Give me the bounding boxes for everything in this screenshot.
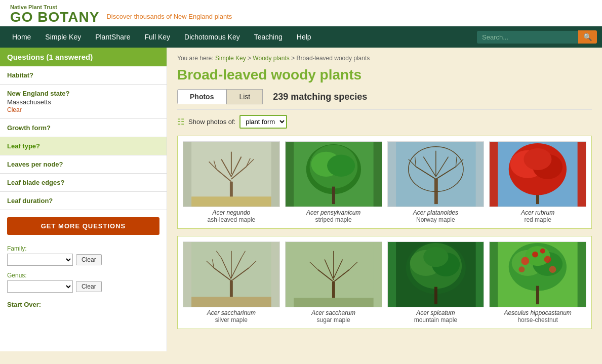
question-habitat[interactable]: Habitat? xyxy=(7,71,33,79)
sci-name-acer-saccharum: Acer saccharum xyxy=(285,309,382,316)
breadcrumb-current: Broad-leaved woody plants xyxy=(297,55,370,62)
plant-card-acer-negundo[interactable]: Acer negundo ash-leaved maple xyxy=(183,141,280,223)
family-label: Family: xyxy=(7,245,159,252)
family-select[interactable] xyxy=(7,254,73,266)
page-title: Broad-leaved woody plants xyxy=(177,67,592,83)
grid-icon: ☷ xyxy=(177,117,184,127)
question-growth-form[interactable]: Growth form? xyxy=(7,124,51,132)
tab-list[interactable]: List xyxy=(226,89,263,104)
divider xyxy=(177,109,592,110)
common-name-acer-pensylvanicum: striped maple xyxy=(285,216,382,223)
question-leaf-blade-edges[interactable]: Leaf blade edges? xyxy=(7,179,64,186)
breadcrumb-sep1: > xyxy=(248,55,253,62)
sci-name-acer-rubrum: Acer rubrum xyxy=(489,209,586,216)
sidebar-section-leaves-per-node: Leaves per node? xyxy=(0,155,167,174)
nav-home[interactable]: Home xyxy=(5,26,38,48)
genus-select[interactable] xyxy=(7,280,73,293)
svg-point-72 xyxy=(544,256,551,263)
search-input[interactable] xyxy=(477,31,578,44)
search-button[interactable]: 🔍 xyxy=(578,30,597,44)
question-leaf-duration[interactable]: Leaf duration? xyxy=(7,197,53,205)
show-photos-label: Show photos of: xyxy=(188,118,235,126)
breadcrumb-sep2: > xyxy=(291,55,296,62)
tagline: Discover thousands of New England plants xyxy=(106,13,232,20)
question-ne-state[interactable]: New England state? xyxy=(7,90,70,97)
svg-rect-77 xyxy=(536,286,539,304)
svg-point-35 xyxy=(524,148,552,170)
plant-card-acer-pensylvanicum[interactable]: Acer pensylvanicum striped maple xyxy=(285,141,382,223)
breadcrumb-you-are-here: You are here: xyxy=(177,55,214,62)
sci-name-acer-platanoides: Acer platanoides xyxy=(387,209,485,216)
genus-label: Genus: xyxy=(7,272,159,279)
family-filter: Family: Clear xyxy=(0,242,167,269)
plant-grid-1: Acer negundo ash-leaved maple xyxy=(183,141,586,223)
svg-rect-11 xyxy=(191,196,271,207)
svg-rect-58 xyxy=(294,298,374,307)
sidebar-header: Questions (1 answered) xyxy=(0,48,167,66)
plant-card-acer-saccharum[interactable]: Acer saccharum sugar maple xyxy=(285,241,382,323)
nav-help[interactable]: Help xyxy=(290,26,318,48)
header: Native Plant Trust GO BOTANY Discover th… xyxy=(0,0,602,26)
svg-point-76 xyxy=(540,249,545,254)
svg-point-71 xyxy=(521,257,530,265)
breadcrumb: You are here: Simple Key > Woody plants … xyxy=(177,55,592,62)
plant-img-acer-platanoides xyxy=(387,141,485,207)
nav-teaching[interactable]: Teaching xyxy=(247,26,290,48)
genus-filter: Genus: Clear xyxy=(0,269,167,296)
plant-img-acer-pensylvanicum xyxy=(285,141,382,207)
plant-card-acer-saccharinum[interactable]: Acer saccharinum silver maple xyxy=(183,241,280,323)
common-name-acer-saccharinum: silver maple xyxy=(183,316,280,323)
sci-name-aesculus-hippocastanum: Aesculus hippocastanum xyxy=(489,309,586,316)
svg-point-74 xyxy=(549,266,556,273)
breadcrumb-simple-key[interactable]: Simple Key xyxy=(215,55,246,62)
plant-card-aesculus-hippocastanum[interactable]: Aesculus hippocastanum horse-chestnut xyxy=(489,241,586,323)
sci-name-acer-pensylvanicum: Acer pensylvanicum xyxy=(285,209,382,216)
logo-gobotany: GO BOTANY xyxy=(10,10,99,24)
genus-clear-button[interactable]: Clear xyxy=(76,281,102,292)
sidebar-section-habitat: Habitat? xyxy=(0,66,167,85)
nav-bar: Home Simple Key PlantShare Full Key Dich… xyxy=(0,26,602,48)
plant-card-acer-platanoides[interactable]: Acer platanoides Norway maple xyxy=(387,141,485,223)
species-count: 239 matching species xyxy=(273,92,367,102)
plant-img-aesculus-hippocastanum xyxy=(489,241,586,307)
show-photos-select[interactable]: plant form bark flower fruit leaf xyxy=(239,115,287,129)
svg-point-75 xyxy=(519,266,525,272)
sci-name-acer-spicatum: Acer spicatum xyxy=(387,309,485,316)
sci-name-acer-saccharinum: Acer saccharinum xyxy=(183,309,280,316)
plant-img-acer-rubrum xyxy=(489,141,586,207)
clear-ne-state[interactable]: Clear xyxy=(7,106,22,113)
sidebar: Questions (1 answered) Habitat? New Engl… xyxy=(0,48,167,351)
tabs-row: Photos List 239 matching species xyxy=(177,89,592,104)
common-name-acer-platanoides: Norway maple xyxy=(387,216,485,223)
common-name-aesculus-hippocastanum: horse-chestnut xyxy=(489,316,586,323)
plant-card-acer-rubrum[interactable]: Acer rubrum red maple xyxy=(489,141,586,223)
sidebar-section-leaf-type: Leaf type? xyxy=(0,137,167,155)
start-over: Start Over: xyxy=(0,296,167,313)
content-area: You are here: Simple Key > Woody plants … xyxy=(167,48,602,351)
svg-rect-65 xyxy=(434,287,437,304)
plant-img-acer-saccharum xyxy=(285,241,382,307)
question-leaves-per-node[interactable]: Leaves per node? xyxy=(7,160,63,168)
nav-full-key[interactable]: Full Key xyxy=(137,26,177,48)
question-leaf-type[interactable]: Leaf type? xyxy=(7,142,40,150)
tab-photos[interactable]: Photos xyxy=(177,89,226,104)
nav-dichotomous-key[interactable]: Dichotomous Key xyxy=(177,26,247,48)
common-name-acer-negundo: ash-leaved maple xyxy=(183,216,280,223)
breadcrumb-woody-plants[interactable]: Woody plants xyxy=(253,55,290,62)
svg-point-64 xyxy=(423,247,448,267)
common-name-acer-spicatum: mountain maple xyxy=(387,316,485,323)
sidebar-section-ne-state: New England state? Massachusetts Clear xyxy=(0,85,167,119)
get-more-questions-button[interactable]: GET MORE QUESTIONS xyxy=(7,217,159,235)
nav-plantshare[interactable]: PlantShare xyxy=(88,26,137,48)
search-bar: 🔍 xyxy=(477,30,597,44)
plant-card-acer-spicatum[interactable]: Acer spicatum mountain maple xyxy=(387,241,485,323)
nav-simple-key[interactable]: Simple Key xyxy=(38,26,88,48)
plant-img-acer-spicatum xyxy=(387,241,485,307)
answer-ne-state: Massachusetts xyxy=(7,98,159,106)
sidebar-section-growth-form: Growth form? xyxy=(0,119,167,137)
plant-group-1: Acer negundo ash-leaved maple xyxy=(177,136,592,229)
svg-rect-17 xyxy=(332,187,335,204)
svg-rect-48 xyxy=(191,297,271,307)
plant-img-acer-negundo xyxy=(183,141,280,207)
family-clear-button[interactable]: Clear xyxy=(76,254,102,265)
